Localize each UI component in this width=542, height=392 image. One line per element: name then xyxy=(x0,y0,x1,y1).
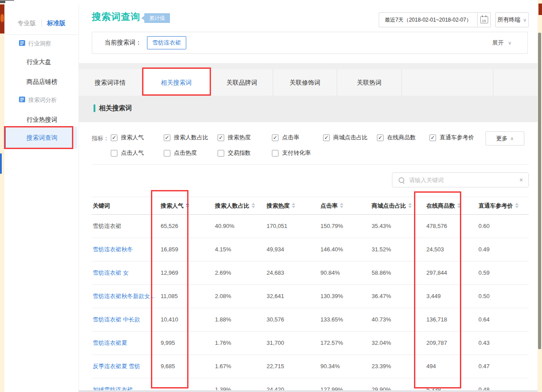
value-cell: 0.47 xyxy=(478,355,529,378)
value-cell: 90.84% xyxy=(317,261,369,284)
more-button[interactable]: 更多 ∧ xyxy=(486,131,524,146)
value-cell: 0.50 xyxy=(478,285,529,308)
keyword-link[interactable]: 雪纺连衣裙 女 xyxy=(92,261,154,284)
value-cell: 1.88% xyxy=(209,308,263,331)
value-cell: 31,700 xyxy=(263,332,317,355)
value-cell: 146.40% xyxy=(317,238,369,261)
tab-related-hot-words[interactable]: 关联热词 xyxy=(337,69,402,96)
version-switcher: 专业版 标准版 xyxy=(4,18,79,29)
sidebar-item-industry-market[interactable]: 行业大盘 xyxy=(26,58,51,66)
tab-search-word-detail[interactable]: 搜索词详情 xyxy=(79,69,142,96)
sidebar-group-label: 行业洞察 xyxy=(28,40,51,48)
terminal-value: 所有终端 xyxy=(497,16,520,24)
sidebar-item-product-shop-rank[interactable]: 商品店铺榜 xyxy=(26,78,57,86)
metric-checkbox-online-products[interactable]: 在线商品数 xyxy=(377,134,416,142)
current-search-term-chip[interactable]: 雪纺连衣裙 xyxy=(147,36,186,49)
column-header-search-heat[interactable]: 搜索热度 xyxy=(263,197,317,214)
keyword-cell: 雪纺连衣裙 xyxy=(92,215,154,238)
column-header-click-rate[interactable]: 点击率 xyxy=(317,197,369,214)
value-cell: 2.08% xyxy=(209,285,263,308)
value-cell: 150.79% xyxy=(317,215,369,238)
value-cell: 0.64 xyxy=(478,308,529,331)
more-label: 更多 xyxy=(496,134,508,142)
metric-checkbox-click-rate[interactable]: 点击率 xyxy=(272,134,299,142)
column-header-searcher-ratio[interactable]: 搜索人数占比 xyxy=(209,197,263,214)
value-cell: 0.49 xyxy=(478,238,529,261)
keyword-search-input[interactable] xyxy=(408,176,519,184)
date-range-picker[interactable]: 最近7天（2018-02-01~2018-02-07） 15 xyxy=(379,12,491,27)
date-range-value: 最近7天（2018-02-01~2018-02-07） xyxy=(379,16,477,24)
tab-pro-version[interactable]: 专业版 xyxy=(18,19,36,27)
current-search-box: 当前搜索词： 雪纺连衣裙 展开 ∨ xyxy=(92,32,528,54)
sort-icon[interactable] xyxy=(408,203,412,208)
metric-checkbox-mall-click-ratio[interactable]: 商城点击占比 xyxy=(323,134,368,142)
section-accent-bar xyxy=(94,105,95,112)
keyword-link[interactable]: 雪纺连衣裙夏 xyxy=(92,332,154,355)
value-cell: 0.59 xyxy=(478,261,529,284)
keyword-search-box: × xyxy=(392,172,529,187)
metric-checkbox-searcher-ratio[interactable]: 搜索人数占比 xyxy=(164,134,208,142)
metric-checkbox-click-heat[interactable]: 点击热度 xyxy=(164,149,197,157)
metric-checkbox-trade-index[interactable]: 交易指数 xyxy=(218,149,251,157)
checkbox-checked-icon xyxy=(164,134,170,141)
calendar-button[interactable]: 15 xyxy=(478,16,490,23)
value-cell: 0.60 xyxy=(478,215,529,238)
value-cell: 130.39% xyxy=(317,285,369,308)
keyword-link[interactable]: 雪纺连衣裙秋冬新款女... xyxy=(92,285,154,308)
checkbox-unchecked-icon xyxy=(218,150,224,157)
sort-icon[interactable] xyxy=(515,203,519,208)
calendar-icon: 15 xyxy=(480,16,488,23)
checkbox-checked-icon xyxy=(272,134,279,141)
tab-related-modifier-words[interactable]: 关联修饰词 xyxy=(273,69,337,96)
clear-icon[interactable]: × xyxy=(519,176,523,183)
folder-chart-icon xyxy=(19,40,25,47)
current-search-label: 当前搜索词： xyxy=(105,39,142,47)
keyword-link[interactable]: 雪纺连衣裙 中长款 xyxy=(92,308,154,331)
value-cell: 2.69% xyxy=(209,261,263,284)
tab-related-brand-words[interactable]: 关联品牌词 xyxy=(211,69,273,96)
metric-checkbox-search-heat[interactable]: 搜索热度 xyxy=(218,134,251,142)
terminal-select[interactable]: 所有终端 ∨ xyxy=(495,12,529,27)
value-cell: 0.43 xyxy=(478,332,529,355)
badge-arrow-icon xyxy=(141,16,144,20)
metric-checkbox-search-popularity[interactable]: 搜索人气 xyxy=(111,134,144,142)
keyword-link[interactable]: 反季连衣裙夏 雪纺 xyxy=(92,355,154,378)
expand-label: 展开 xyxy=(492,39,504,46)
metric-checkbox-click-popularity[interactable]: 点击人气 xyxy=(111,149,144,157)
banner-flame-fragment xyxy=(0,14,4,22)
metric-checkbox-payment-conversion[interactable]: 支付转化率 xyxy=(272,149,311,157)
sidebar-separator xyxy=(4,34,79,35)
annotation-box-search-popularity-column xyxy=(151,190,188,388)
checkbox-checked-icon xyxy=(429,134,436,141)
checkbox-unchecked-icon xyxy=(272,150,279,157)
sidebar-group-industry-insight: 行业洞察 xyxy=(19,40,51,48)
tab-standard-version[interactable]: 标准版 xyxy=(47,19,66,27)
bottom-edge-strip xyxy=(79,390,538,392)
value-cell: 133.65% xyxy=(317,308,369,331)
section-title: 相关搜索词 xyxy=(99,104,132,112)
cumulative-badge: 累计值 xyxy=(141,13,170,23)
sidebar-item-industry-hot-words[interactable]: 行业热搜词 xyxy=(26,116,57,124)
keyword-link[interactable]: 雪纺连衣裙秋冬 xyxy=(92,238,154,261)
chevron-down-icon: ∨ xyxy=(508,40,512,45)
value-cell: 22,715 xyxy=(263,355,317,378)
sort-icon[interactable] xyxy=(252,203,255,208)
expand-toggle[interactable]: 展开 ∨ xyxy=(492,39,512,47)
column-header-ztc-reference-price[interactable]: 直通车参考价 xyxy=(478,197,529,214)
page-scrollbar[interactable] xyxy=(538,33,541,349)
value-cell: 40.90% xyxy=(209,215,263,238)
chevron-up-icon: ∧ xyxy=(510,136,514,142)
value-cell: 4.15% xyxy=(209,238,263,261)
sort-icon[interactable] xyxy=(292,203,295,208)
left-blue-marker xyxy=(0,153,2,174)
value-cell: 24,683 xyxy=(263,261,317,284)
sort-icon[interactable] xyxy=(340,203,343,208)
sidebar-group-label: 搜索词分析 xyxy=(28,96,57,104)
value-cell: 170,051 xyxy=(263,215,317,238)
badge-label: 累计值 xyxy=(144,13,170,23)
search-icon xyxy=(399,177,404,183)
metric-checkbox-ztc-reference-price[interactable]: 直通车参考价 xyxy=(429,134,474,142)
column-header-keyword: 关键词 xyxy=(92,197,154,214)
chevron-down-icon: ∨ xyxy=(523,17,527,23)
left-banner-fragment xyxy=(0,4,4,34)
